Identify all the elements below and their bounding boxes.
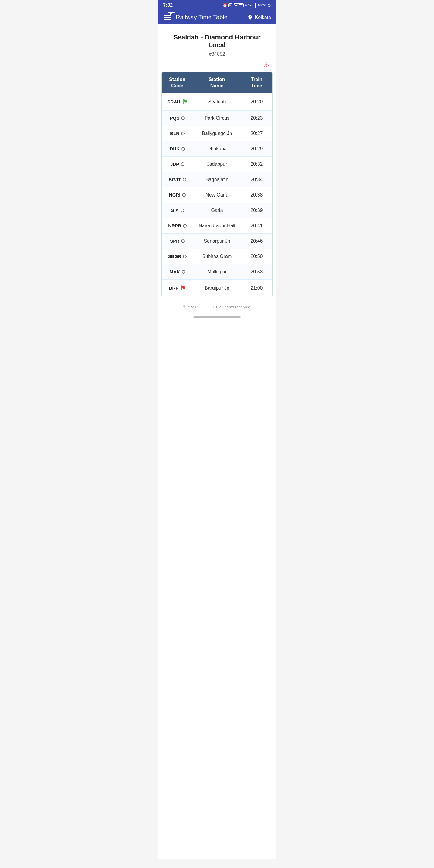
train-time: 20:27 — [250, 131, 262, 136]
station-code-cell: MAK — [161, 264, 193, 279]
station-code-cell: SPR — [161, 234, 193, 248]
station-name: Dhakuria — [207, 146, 227, 151]
train-name: Sealdah - Diamond Harbour Local — [164, 33, 270, 49]
station-code: SPR — [170, 239, 179, 244]
stop-circle-icon — [183, 178, 186, 181]
table-row: SDAH ⚑ Sealdah 20:20 — [161, 93, 273, 111]
station-code: BRP — [169, 285, 179, 290]
stop-circle-icon — [181, 116, 185, 120]
menu-line-3 — [164, 19, 171, 20]
station-code-cell: JDP — [161, 157, 193, 172]
train-time: 21:00 — [250, 285, 262, 290]
header-name: StationName — [193, 72, 241, 93]
warning-icon[interactable]: ⚠ — [264, 61, 270, 69]
station-code-cell: NGRI — [161, 187, 193, 202]
station-name: Subhas Gram — [202, 254, 232, 259]
station-name: Narendrapur Halt — [198, 223, 236, 228]
table-row: DHK Dhakuria 20:29 — [161, 141, 273, 157]
train-time-cell: 20:38 — [241, 187, 273, 203]
train-time-cell: 20:23 — [241, 111, 273, 126]
volte-icon: VoLTE — [234, 3, 244, 7]
app-bar: 11 Railway Time Table Kolkata — [158, 10, 276, 24]
station-name: Baghajatin — [206, 177, 228, 182]
table-row: PQS Park Circus 20:23 — [161, 111, 273, 126]
station-name: Park Circus — [205, 116, 230, 121]
status-time: 7:32 — [163, 2, 173, 8]
table-row: JDP Jadabpur 20:32 — [161, 157, 273, 172]
menu-button[interactable]: 11 — [163, 14, 172, 21]
location-icon — [247, 14, 253, 21]
stop-circle-icon — [183, 255, 187, 258]
train-time-cell: 20:20 — [241, 94, 273, 110]
start-flag-icon: ⚑ — [182, 98, 187, 105]
station-code: BLN — [170, 131, 179, 136]
footer: © BRATSOFT 2019. All rights reserved. — [158, 300, 276, 314]
table-row: BRP ⚑ Baruipur Jn 21:00 — [161, 280, 273, 297]
table-row: BLN Ballygunge Jn 20:27 — [161, 126, 273, 141]
train-time: 20:46 — [250, 239, 262, 244]
timetable: StationCode StationName TrainTime SDAH ⚑… — [161, 72, 273, 297]
alarm-icon: ⏰ — [222, 3, 227, 7]
train-time: 20:50 — [250, 254, 262, 259]
station-code-cell: GIA — [161, 203, 193, 218]
train-time-cell: 20:46 — [241, 234, 273, 249]
status-bar: 7:32 ⏰ N VoLTE 4G▲ ▐ 100% ⊙ — [158, 0, 276, 10]
station-name: Sonarpur Jn — [204, 239, 230, 244]
station-name: Jadabpur — [207, 161, 227, 167]
station-code: JDP — [170, 161, 179, 167]
station-code: GIA — [170, 208, 179, 213]
table-row: NRPR Narendrapur Halt 20:41 — [161, 218, 273, 234]
table-body: SDAH ⚑ Sealdah 20:20 PQS Park Circus 20:… — [161, 93, 273, 297]
station-name: Mallikpur — [207, 269, 227, 274]
scroll-indicator — [193, 316, 241, 318]
station-name-cell: Sealdah — [193, 94, 241, 110]
station-code: MAK — [169, 269, 180, 274]
station-name: Garia — [211, 208, 223, 213]
warning-section: ⚠ — [158, 61, 276, 69]
station-code-cell: NRPR — [161, 218, 193, 233]
signal-icon: 4G▲ — [245, 3, 253, 7]
station-name: New Garia — [206, 192, 228, 197]
station-name: Baruipur Jn — [205, 285, 229, 290]
train-time-cell: 20:41 — [241, 218, 273, 233]
nfc-icon: N — [228, 3, 232, 7]
table-row: MAK Mallikpur 20:53 — [161, 264, 273, 280]
train-header: Sealdah - Diamond Harbour Local #34852 — [158, 24, 276, 61]
station-name-cell: Subhas Gram — [193, 249, 241, 264]
stop-circle-icon — [181, 209, 184, 212]
station-name-cell: Baruipur Jn — [193, 281, 241, 296]
train-time-cell: 20:29 — [241, 141, 273, 156]
train-time: 20:32 — [250, 161, 262, 167]
location-button[interactable]: Kolkata — [247, 14, 271, 21]
app-title: Railway Time Table — [176, 14, 244, 21]
train-time: 20:41 — [250, 223, 262, 228]
station-code-cell: SDAH ⚑ — [161, 93, 193, 110]
station-code-cell: DHK — [161, 141, 193, 156]
station-code-cell: BLN — [161, 126, 193, 141]
station-code: NRPR — [168, 223, 181, 228]
train-time: 20:34 — [250, 177, 262, 182]
notification-badge: 11 — [168, 12, 175, 13]
status-icons: ⏰ N VoLTE 4G▲ ▐ 100% ⊙ — [222, 3, 271, 7]
station-name-cell: Garia — [193, 203, 241, 218]
stop-circle-icon — [182, 193, 186, 197]
station-code: PQS — [170, 116, 180, 121]
stop-circle-icon — [181, 162, 184, 166]
table-row: SPR Sonarpur Jn 20:46 — [161, 234, 273, 249]
stop-circle-icon — [182, 270, 185, 274]
table-header: StationCode StationName TrainTime — [161, 72, 273, 93]
table-row: GIA Garia 20:39 — [161, 203, 273, 218]
station-name: Ballygunge Jn — [202, 131, 232, 136]
train-time-cell: 20:27 — [241, 126, 273, 141]
station-name-cell: Jadabpur — [193, 157, 241, 172]
main-content: Sealdah - Diamond Harbour Local #34852 ⚠… — [158, 24, 276, 859]
station-code: NGRI — [169, 192, 181, 197]
stop-circle-icon — [183, 224, 187, 227]
train-time: 20:39 — [250, 208, 262, 213]
menu-line-2 — [164, 17, 171, 18]
station-name-cell: Park Circus — [193, 111, 241, 126]
station-name: Sealdah — [208, 99, 226, 104]
signal-bars-icon: ▐ — [254, 3, 256, 7]
copyright-text: © BRATSOFT 2019. All rights reserved. — [183, 305, 251, 309]
train-number: #34852 — [164, 52, 270, 57]
